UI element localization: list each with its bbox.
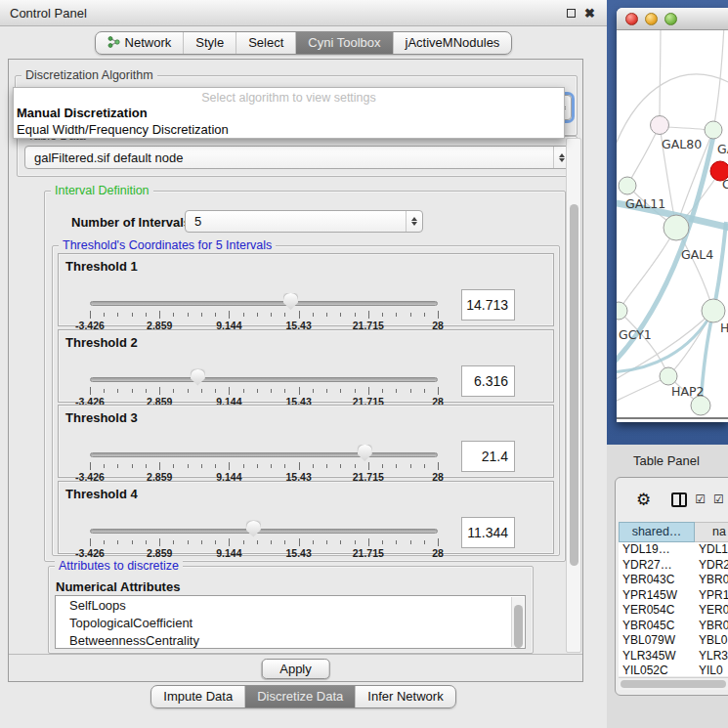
- network-node[interactable]: [619, 177, 636, 194]
- tab-label: Select: [248, 35, 283, 50]
- algorithm-option-equal-width-frequency-discretization[interactable]: Equal Width/Frequency Discretization: [14, 121, 564, 138]
- float-window-icon[interactable]: [567, 9, 576, 18]
- threshold-panel-4: Threshold 4-3.4262.8599.14415.4321.71528…: [58, 481, 554, 554]
- tab-discretize-data[interactable]: Discretize Data: [244, 686, 355, 707]
- slider-track[interactable]: [90, 301, 438, 306]
- list-scrollbar[interactable]: [511, 597, 524, 647]
- column-header-shared-name[interactable]: shared…: [619, 522, 695, 542]
- network-edge[interactable]: [667, 127, 708, 130]
- algorithm-dropdown-popup: Select algorithm to view settings Manual…: [13, 87, 565, 139]
- slider-track[interactable]: [90, 377, 438, 382]
- network-edge[interactable]: [713, 222, 726, 311]
- cell-shared-name[interactable]: YBL079W: [619, 633, 695, 649]
- threshold-value-field[interactable]: 14.713: [461, 289, 515, 321]
- network-edge[interactable]: [619, 228, 676, 311]
- list-item[interactable]: TopologicalCoefficient: [56, 614, 525, 631]
- cell-shared-name[interactable]: YDL19…: [619, 542, 695, 558]
- cell-shared-name[interactable]: YDR27…: [619, 558, 695, 574]
- zoom-traffic-light-icon[interactable]: [664, 13, 677, 25]
- cell-name[interactable]: YDR2: [695, 558, 728, 574]
- network-canvas[interactable]: GAL80GACGAL11GAL4GCY1HHAP2: [617, 30, 728, 419]
- tab-impute-data[interactable]: Impute Data: [151, 686, 244, 707]
- cell-name[interactable]: YER0: [695, 603, 728, 619]
- tab-jactivemnodules[interactable]: jActiveMNodules: [393, 32, 512, 54]
- network-node[interactable]: [660, 367, 677, 385]
- tab-network[interactable]: Network: [96, 32, 184, 54]
- table-hscrollbar[interactable]: [619, 677, 728, 690]
- column-header-name[interactable]: na: [695, 522, 728, 542]
- cell-shared-name[interactable]: YER054C: [619, 603, 695, 619]
- interval-definition-label: Interval Definition: [51, 184, 153, 197]
- network-node[interactable]: [651, 116, 669, 135]
- cell-shared-name[interactable]: YBR045C: [619, 619, 695, 634]
- slider-thumb[interactable]: [246, 521, 261, 537]
- network-edge[interactable]: [660, 30, 661, 125]
- cell-name[interactable]: YBR0: [695, 619, 728, 634]
- slider-thumb[interactable]: [283, 293, 298, 310]
- cell-name[interactable]: YBL0: [695, 633, 728, 649]
- slider-thumb[interactable]: [358, 445, 372, 461]
- network-node-label: GA: [717, 142, 728, 156]
- cell-shared-name[interactable]: YIL052C: [619, 664, 695, 676]
- cell-shared-name[interactable]: YBR043C: [619, 573, 695, 588]
- table-row[interactable]: YDR27…YDR2: [619, 558, 728, 574]
- numerical-attributes-list[interactable]: SelfLoopsTopologicalCoefficientBetweenne…: [55, 595, 526, 649]
- table-panel-region: Table Panel ⚙ ☑ ☑ shared… na YDL19…YDL1Y…: [607, 445, 728, 728]
- cell-name[interactable]: YPR1: [695, 588, 728, 604]
- slider-thumb[interactable]: [191, 369, 205, 386]
- table-panel-title: Table Panel: [633, 453, 700, 468]
- slider-track[interactable]: [90, 529, 438, 534]
- tab-style[interactable]: Style: [183, 32, 236, 54]
- threshold-value-field[interactable]: 11.344: [461, 517, 515, 548]
- close-icon[interactable]: ✖: [584, 7, 595, 20]
- table-row[interactable]: YPR145WYPR1: [619, 588, 728, 604]
- algorithm-option-manual-discretization[interactable]: Manual Discretization: [14, 105, 564, 121]
- checkbox-icon[interactable]: ☑: [695, 492, 706, 506]
- table-data-combo[interactable]: galFiltered.sif default node: [24, 146, 571, 169]
- tab-infer-network[interactable]: Infer Network: [355, 686, 454, 707]
- checkbox-icon[interactable]: ☑: [713, 492, 724, 506]
- threshold-value-field[interactable]: 21.4: [461, 441, 515, 472]
- network-node[interactable]: [691, 396, 710, 415]
- gear-icon[interactable]: ⚙: [636, 490, 651, 510]
- network-node[interactable]: [705, 121, 722, 139]
- network-edge[interactable]: [627, 125, 660, 186]
- network-node[interactable]: [617, 302, 627, 320]
- threshold-value-field[interactable]: 6.316: [461, 365, 515, 397]
- split-column-icon[interactable]: [671, 492, 687, 507]
- control-panel-titlebar: Control Panel ✖: [0, 0, 607, 26]
- cell-name[interactable]: YLR3: [695, 649, 728, 664]
- network-node[interactable]: [702, 299, 725, 322]
- table-row[interactable]: YBR043CYBR0: [619, 573, 728, 588]
- minimize-traffic-light-icon[interactable]: [645, 13, 658, 25]
- settings-scrollbar[interactable]: [566, 138, 581, 653]
- apply-button[interactable]: Apply: [261, 659, 330, 679]
- attributes-group-label: Attributes to discretize: [55, 559, 183, 573]
- close-traffic-light-icon[interactable]: [625, 13, 638, 25]
- network-node-label: GAL11: [625, 196, 665, 211]
- table-panel: ⚙ ☑ ☑ shared… na YDL19…YDL1YDR27…YDR2YBR…: [615, 477, 728, 696]
- cell-shared-name[interactable]: YLR345W: [619, 649, 695, 664]
- panel-title: Control Panel: [10, 6, 87, 21]
- cell-name[interactable]: YBR0: [695, 573, 728, 588]
- tab-cyni-toolbox[interactable]: Cyni Toolbox: [295, 32, 392, 54]
- list-item[interactable]: BetweennessCentrality: [56, 631, 525, 649]
- network-window-titlebar: [617, 8, 728, 30]
- tab-select[interactable]: Select: [236, 32, 295, 54]
- cell-name[interactable]: YIL0: [695, 664, 728, 676]
- network-node[interactable]: [664, 215, 689, 240]
- slider-track[interactable]: [90, 452, 438, 457]
- table-row[interactable]: YBR045CYBR0: [619, 619, 728, 634]
- list-item[interactable]: SelfLoops: [56, 596, 525, 614]
- number-of-intervals-combo[interactable]: 5: [185, 210, 423, 233]
- slider-tick-labels: -3.4262.8599.14415.4321.71528: [90, 392, 438, 404]
- table-row[interactable]: YBL079WYBL0: [619, 633, 728, 649]
- table-row[interactable]: YDL19…YDL1: [619, 542, 728, 558]
- table-row[interactable]: YLR345WYLR3: [619, 649, 728, 664]
- table-row[interactable]: YER054CYER0: [619, 603, 728, 619]
- table-row[interactable]: YIL052CYIL0: [619, 664, 728, 676]
- cell-shared-name[interactable]: YPR145W: [619, 588, 695, 604]
- cell-name[interactable]: YDL1: [695, 542, 728, 558]
- algorithm-popup-options: Manual DiscretizationEqual Width/Frequen…: [14, 105, 564, 138]
- table-rows: YDL19…YDL1YDR27…YDR2YBR043CYBR0YPR145WYP…: [619, 542, 728, 676]
